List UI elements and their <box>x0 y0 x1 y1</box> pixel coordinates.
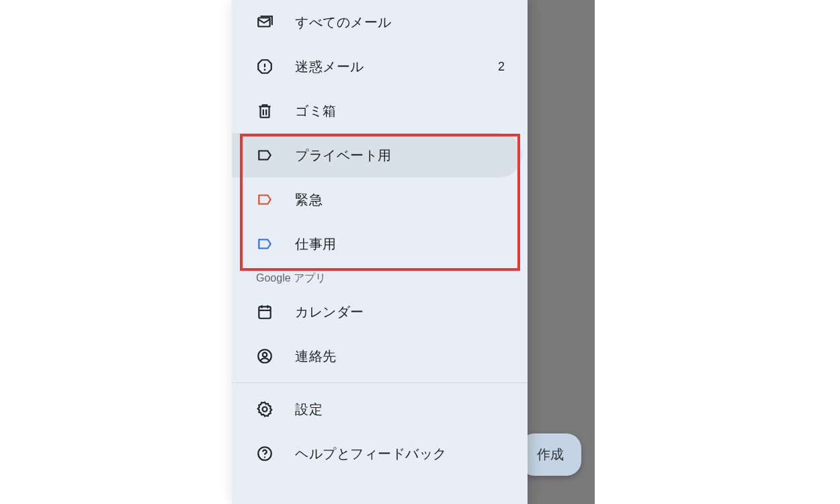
nav-count: 2 <box>498 60 505 74</box>
gear-icon <box>256 401 274 418</box>
nav-label: ヘルプとフィードバック <box>295 445 511 463</box>
compose-button[interactable]: 作成 <box>519 433 581 476</box>
app-region: 作成 すべてのメール 迷惑メール <box>232 0 595 504</box>
nav-label-work[interactable]: 仕事用 <box>232 222 528 266</box>
nav-label: 緊急 <box>295 191 511 209</box>
calendar-icon <box>256 303 274 321</box>
divider <box>232 382 528 383</box>
trash-icon <box>256 102 274 120</box>
nav-label: プライベート用 <box>295 146 506 165</box>
svg-point-10 <box>263 353 267 358</box>
stacked-mail-icon <box>256 13 274 31</box>
nav-trash[interactable]: ゴミ箱 <box>232 89 528 133</box>
help-icon <box>256 445 274 462</box>
nav-calendar[interactable]: カレンダー <box>232 290 528 334</box>
contacts-icon <box>256 347 274 365</box>
spam-icon <box>256 58 274 75</box>
svg-point-13 <box>264 456 265 458</box>
svg-rect-5 <box>259 306 270 318</box>
navigation-drawer: すべてのメール 迷惑メール 2 <box>232 0 528 504</box>
nav-help[interactable]: ヘルプとフィードバック <box>232 431 528 476</box>
labels-section: プライベート用緊急仕事用 <box>232 133 528 266</box>
compose-label: 作成 <box>537 447 564 462</box>
nav-all-mail[interactable]: すべてのメール <box>232 0 528 44</box>
nav-contacts[interactable]: 連絡先 <box>232 334 528 378</box>
label-icon <box>256 235 274 253</box>
label-icon <box>256 191 274 208</box>
label-icon <box>256 146 274 164</box>
section-google-apps: Google アプリ <box>232 266 528 290</box>
svg-point-11 <box>263 407 267 412</box>
nav-settings[interactable]: 設定 <box>232 387 528 431</box>
nav-label: すべてのメール <box>295 13 511 32</box>
nav-label: 仕事用 <box>295 235 511 253</box>
svg-point-2 <box>264 69 266 71</box>
nav-label: 連絡先 <box>295 347 511 366</box>
nav-spam[interactable]: 迷惑メール 2 <box>232 44 528 89</box>
nav-label-urgent[interactable]: 緊急 <box>232 177 528 222</box>
nav-label: 迷惑メール <box>295 58 498 76</box>
nav-label: 設定 <box>295 401 511 419</box>
nav-label-private[interactable]: プライベート用 <box>232 133 522 177</box>
nav-label: カレンダー <box>295 303 511 321</box>
nav-label: ゴミ箱 <box>295 102 511 120</box>
